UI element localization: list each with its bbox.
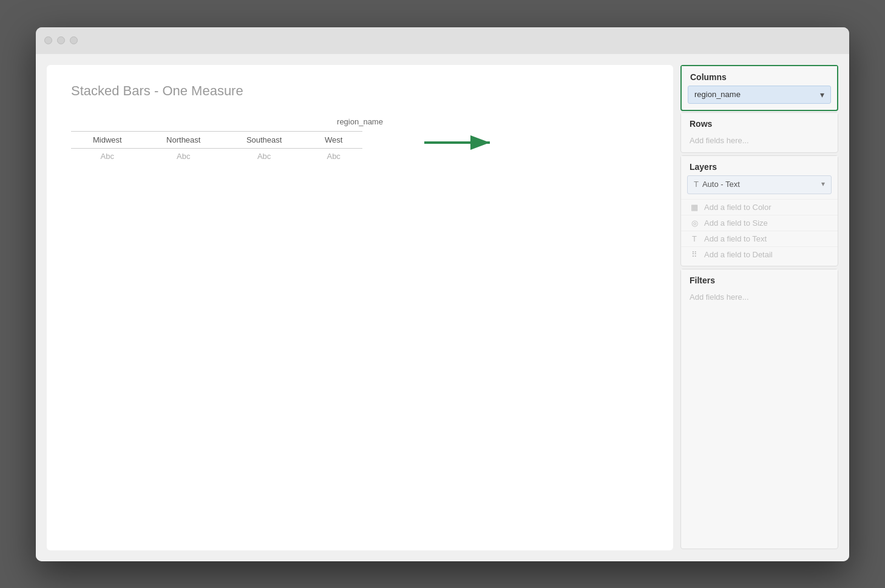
cell-abc-1: Abc — [71, 148, 144, 164]
col-west: West — [305, 131, 362, 148]
table-row: Abc Abc Abc Abc — [71, 148, 362, 164]
table-area: region_name Midwest Northeast Southeast … — [71, 117, 649, 164]
col-northeast: Northeast — [144, 131, 223, 148]
layers-header: Layers — [681, 156, 838, 175]
layer-type-selector[interactable]: T Auto - Text ▾ — [687, 175, 832, 194]
size-field-label: Add a field to Size — [704, 218, 768, 228]
filters-add-fields-placeholder[interactable]: Add fields here... — [681, 289, 838, 309]
right-panel: Columns region_name ▾ Rows Add fields he… — [680, 65, 838, 550]
columns-field-pill[interactable]: region_name ▾ — [688, 86, 831, 104]
layer-text-row[interactable]: T Add a field to Text — [681, 231, 838, 246]
filters-header: Filters — [681, 269, 838, 289]
data-table: Midwest Northeast Southeast West Abc Abc… — [71, 131, 362, 164]
text-field-label: Add a field to Text — [704, 234, 767, 243]
text-field-icon: T — [690, 234, 699, 243]
columns-section: Columns region_name ▾ — [680, 65, 838, 111]
titlebar — [36, 27, 849, 54]
columns-header: Columns — [682, 66, 837, 86]
main-content-area: Stacked Bars - One Measure region_name M… — [47, 65, 673, 550]
traffic-light-close[interactable] — [44, 36, 52, 44]
color-field-label: Add a field to Color — [704, 203, 771, 212]
cell-abc-3: Abc — [223, 148, 305, 164]
col-midwest: Midwest — [71, 131, 144, 148]
application-window: Stacked Bars - One Measure region_name M… — [36, 27, 849, 561]
layer-type-caret-icon: ▾ — [821, 180, 825, 188]
rows-section: Rows Add fields here... — [680, 112, 838, 153]
size-field-icon: ◎ — [690, 218, 699, 228]
detail-field-label: Add a field to Detail — [704, 250, 773, 259]
arrow-area — [424, 130, 497, 157]
pointing-arrow-icon — [424, 130, 497, 155]
detail-field-icon: ⠿ — [690, 250, 699, 259]
traffic-light-maximize[interactable] — [70, 36, 78, 44]
layer-type-label: Auto - Text — [702, 180, 821, 189]
color-field-icon: ▦ — [690, 203, 699, 212]
text-type-icon: T — [694, 180, 699, 189]
table-column-header: region_name — [71, 117, 649, 126]
chart-title: Stacked Bars - One Measure — [71, 83, 649, 99]
cell-abc-2: Abc — [144, 148, 223, 164]
filters-section: Filters Add fields here... — [680, 269, 838, 549]
layer-size-row[interactable]: ◎ Add a field to Size — [681, 215, 838, 231]
layer-color-row[interactable]: ▦ Add a field to Color — [681, 199, 838, 215]
columns-dropdown-icon[interactable]: ▾ — [820, 90, 824, 100]
rows-add-fields-placeholder[interactable]: Add fields here... — [681, 132, 838, 152]
cell-abc-4: Abc — [305, 148, 362, 164]
layer-detail-row[interactable]: ⠿ Add a field to Detail — [681, 246, 838, 262]
layers-section: Layers T Auto - Text ▾ ▦ Add a field to … — [680, 155, 838, 266]
table-header-row: Midwest Northeast Southeast West — [71, 131, 362, 148]
traffic-light-minimize[interactable] — [57, 36, 65, 44]
window-body: Stacked Bars - One Measure region_name M… — [36, 54, 849, 561]
columns-field-label: region_name — [694, 90, 741, 99]
rows-header: Rows — [681, 113, 838, 132]
col-southeast: Southeast — [223, 131, 305, 148]
